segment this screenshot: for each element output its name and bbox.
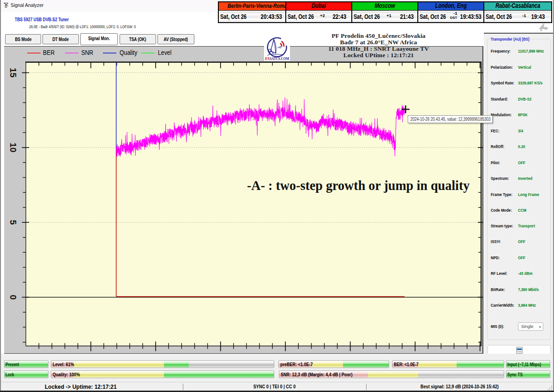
- svg-text:5: 5: [8, 220, 18, 225]
- svg-text:15: 15: [8, 68, 18, 78]
- svg-text:10: 10: [8, 143, 18, 152]
- svg-text:0: 0: [8, 295, 18, 300]
- svg-text:DXSATCS.COM: DXSATCS.COM: [265, 56, 289, 61]
